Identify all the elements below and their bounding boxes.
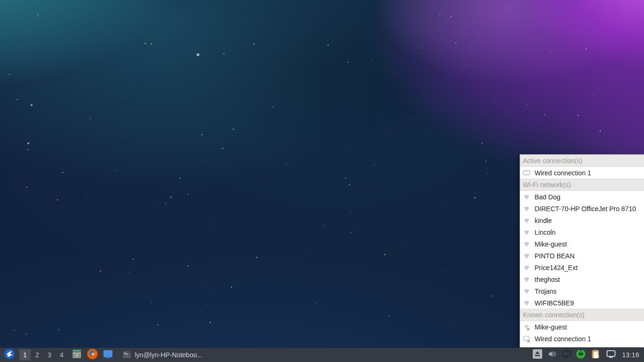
network-menu-item[interactable]: Wired connection 1 [520,167,644,179]
network-menu-item-label: Wired connection 1 [535,169,591,177]
network-menu-item-label: Wired connection 1 [535,335,591,343]
taskbar-clock[interactable]: 13:16 [622,351,639,359]
network-menu-item-label: DIRECT-70-HP OfficeJet Pro 8710 [535,205,636,213]
taskbar-window-label: lyn@lyn-HP-Noteboo... [135,351,202,359]
network-menu-item[interactable]: PINTO BEAN [520,250,644,262]
network-menu-item[interactable]: Mike-guest [520,321,644,333]
green-status-icon [576,349,586,361]
network-menu-item-label: Trojans [535,288,556,295]
monitor-app-icon [102,348,114,362]
network-menu-item[interactable]: Mike-guest [520,238,644,250]
lubuntu-logo-icon [4,348,15,362]
network-inactive-icon [561,349,571,361]
eject-icon [532,349,543,361]
network-menu-item[interactable]: Price1424_Ext [520,262,644,273]
network-menu-item-label: kindle [535,217,552,224]
taskbar-window-button[interactable]: $ lyn@lyn-HP-Noteboo... [120,349,205,361]
wifi-icon [523,240,530,248]
eject-removable-media-button[interactable] [532,349,543,361]
menu-section-header: Active connection(s) [520,155,644,167]
network-manager-menu: Active connection(s)Wired connection 1Wi… [520,154,644,347]
green-status-button[interactable] [576,349,586,361]
workspace-button-4[interactable]: 4 [56,349,67,361]
svg-text:$: $ [124,352,126,355]
wifi-icon [523,252,530,260]
file-manager-launcher[interactable] [71,349,83,361]
wifi-icon [523,276,530,283]
workspace-switcher: 1234 [19,349,68,361]
network-menu-item-label: Lincoln [535,229,555,236]
network-menu-item[interactable]: kindle [520,214,644,226]
wifi-icon [523,205,530,213]
network-menu-item[interactable]: Bad Dog [520,191,644,203]
network-menu-item-label: Bad Dog [535,193,560,201]
network-menu-item-label: Mike-guest [535,240,567,248]
clipboard-icon [591,349,601,361]
firefox-launcher[interactable] [86,349,99,361]
network-menu-item-label: theghost [535,276,560,283]
wifi-icon [523,299,530,307]
wifi-icon [523,288,530,295]
network-menu-item-label: WIFIBC5BE9 [535,299,574,307]
wifi-known-icon [523,323,530,331]
terminal-icon: $ [123,350,131,360]
wired-known-icon [523,335,530,343]
workspace-button-2[interactable]: 2 [32,349,43,361]
wifi-icon [523,264,530,272]
network-menu-item[interactable]: Lincoln [520,226,644,238]
volume-button[interactable] [547,349,557,361]
network-monitor-icon [606,349,616,361]
wifi-icon [523,217,530,224]
firefox-icon [87,348,98,362]
network-inactive-button[interactable] [561,349,571,361]
workspace-button-3[interactable]: 3 [44,349,55,361]
workspace-button-1[interactable]: 1 [19,349,31,361]
network-menu-item[interactable]: Trojans [520,285,644,297]
wifi-icon [523,193,530,201]
network-menu-item-label: Mike-guest [535,323,567,331]
network-menu-item[interactable]: theghost [520,273,644,285]
file-manager-icon [71,348,83,362]
network-menu-item-label: PINTO BEAN [535,252,575,260]
wifi-icon [523,229,530,236]
wired-icon [523,169,530,177]
quick-launch [71,349,114,361]
menu-section-header: Known connection(s) [520,309,644,321]
monitor-app-launcher[interactable] [102,349,114,361]
menu-section-header: Wi-Fi network(s) [520,179,644,191]
start-menu-button[interactable] [3,349,16,361]
taskbar: 1234 [0,348,644,362]
network-menu-item-label: Price1424_Ext [535,264,578,272]
network-menu-item[interactable]: Wired connection 1 [520,333,644,345]
volume-icon [547,349,557,361]
system-tray: 13:16 [532,349,642,361]
network-menu-item[interactable]: DIRECT-70-HP OfficeJet Pro 8710 [520,203,644,214]
network-menu-item[interactable]: WIFIBC5BE9 [520,297,644,309]
clipboard-manager-button[interactable] [591,349,601,361]
network-manager-tray-button[interactable] [606,349,616,361]
